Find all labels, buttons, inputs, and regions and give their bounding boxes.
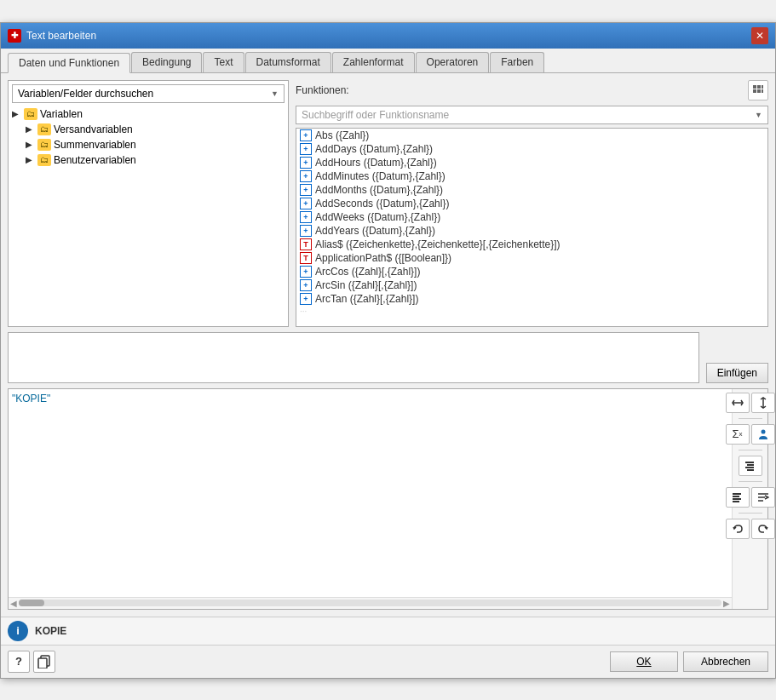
- scroll-thumb[interactable]: [19, 600, 44, 606]
- help-button[interactable]: ?: [8, 651, 30, 673]
- tree-toggle-summen[interactable]: ▶: [26, 140, 37, 149]
- func-item-addseconds[interactable]: + AddSeconds ({Datum},{Zahl}): [296, 197, 767, 210]
- func-badge-addweeks: +: [300, 211, 312, 223]
- title-bar-left: ✚ Text bearbeiten: [8, 29, 96, 43]
- variable-search-box: Variablen/Felder durchsuchen ▼: [12, 84, 285, 103]
- tab-zahlenformat[interactable]: Zahlenformat: [332, 52, 415, 72]
- scroll-right-arrow[interactable]: ▶: [723, 599, 730, 608]
- scrollbar-track[interactable]: ◀ ▶: [9, 597, 732, 609]
- func-item-addweeks[interactable]: + AddWeeks ({Datum},{Zahl}): [296, 210, 767, 224]
- func-item-adddays[interactable]: + AddDays ({Datum},{Zahl}): [296, 142, 767, 156]
- expression-input[interactable]: [8, 332, 699, 383]
- tab-operatoren[interactable]: Operatoren: [416, 52, 490, 72]
- func-item-addyears[interactable]: + AddYears ({Datum},{Zahl}): [296, 224, 767, 238]
- folder-icon-benutzer: 🗂: [37, 154, 51, 166]
- svg-rect-12: [747, 469, 754, 471]
- grid-icon: [752, 84, 764, 96]
- toolbar-height-btn[interactable]: [751, 393, 775, 413]
- tree-item-benutzer[interactable]: ▶ 🗂 Benutzervariablen: [9, 152, 288, 168]
- scroll-left-arrow[interactable]: ◀: [10, 599, 17, 608]
- middle-section: Einfügen: [8, 332, 768, 383]
- function-search-container: Suchbegriff oder Funktionsname ▼: [296, 106, 768, 124]
- toolbar-redo-btn[interactable]: [751, 519, 775, 539]
- func-item-addmonths[interactable]: + AddMonths ({Datum},{Zahl}): [296, 183, 767, 197]
- copy-icon: [37, 655, 51, 668]
- tree-item-summen[interactable]: ▶ 🗂 Summenvariablen: [9, 137, 288, 152]
- svg-point-8: [761, 429, 765, 433]
- copy-button[interactable]: [33, 651, 55, 673]
- width-icon: [732, 397, 744, 409]
- editor-content[interactable]: "KOPIE": [9, 389, 732, 577]
- func-name-alias: Alias$ ({Zeichenkette},{Zeichenkette}[,{…: [315, 238, 560, 250]
- toolbar-wrap-btn[interactable]: [751, 487, 775, 508]
- functions-panel: Funktionen:: [296, 80, 768, 327]
- close-button[interactable]: ✕: [751, 27, 768, 44]
- dialog-buttons: OK Abbrechen: [610, 651, 768, 672]
- func-item-alias[interactable]: T Alias$ ({Zeichenkette},{Zeichenkette}[…: [296, 238, 767, 251]
- svg-rect-3: [753, 89, 756, 93]
- functions-grid-icon-btn[interactable]: [748, 80, 768, 100]
- func-item-addhours[interactable]: + AddHours ({Datum},{Zahl}): [296, 156, 767, 169]
- tree-item-variablen[interactable]: ▶ 🗂 Variablen: [9, 106, 288, 122]
- tab-farben[interactable]: Farben: [490, 52, 544, 72]
- bottom-bar: ? OK Abbrechen: [1, 645, 775, 678]
- toolbar-row-5: [726, 519, 775, 539]
- svg-rect-21: [38, 658, 47, 668]
- ok-button[interactable]: OK: [610, 651, 678, 672]
- status-text: KOPIE: [35, 625, 66, 637]
- svg-rect-13: [733, 493, 741, 495]
- horizontal-scrollbar: ◀ ▶: [9, 597, 732, 609]
- func-item-arccos[interactable]: + ArcCos ({Zahl}[,{Zahl}]): [296, 265, 767, 278]
- func-name-abs: Abs ({Zahl}): [315, 129, 369, 141]
- variable-search-container: Variablen/Felder durchsuchen ▼: [9, 81, 288, 106]
- func-name-addyears: AddYears ({Datum},{Zahl}): [315, 225, 435, 237]
- toolbar-person-btn[interactable]: [751, 424, 775, 445]
- tab-bedingung[interactable]: Bedingung: [131, 52, 202, 72]
- tree-label-benutzer: Benutzervariablen: [54, 154, 136, 166]
- func-item-arctan[interactable]: + ArcTan ({Zahl}[,{Zahl}]): [296, 292, 767, 306]
- svg-rect-15: [733, 498, 741, 500]
- func-name-addmonths: AddMonths ({Datum},{Zahl}): [315, 184, 443, 196]
- variable-tree-panel: Variablen/Felder durchsuchen ▼ ▶ 🗂 Varia…: [8, 80, 289, 327]
- func-badge-addmonths: +: [300, 184, 312, 196]
- insert-button[interactable]: Einfügen: [706, 363, 768, 383]
- tab-bar: Daten und Funktionen Bedingung Text Datu…: [1, 49, 775, 73]
- tree-toggle-benutzer[interactable]: ▶: [26, 155, 37, 164]
- tree-item-versand[interactable]: ▶ 🗂 Versandvariablen: [9, 122, 288, 137]
- tree-toggle-variablen[interactable]: ▶: [12, 109, 24, 118]
- tab-text[interactable]: Text: [203, 52, 244, 72]
- function-list: + Abs ({Zahl}) + AddDays ({Datum},{Zahl}…: [296, 128, 768, 327]
- tab-datumsformat[interactable]: Datumsformat: [245, 52, 331, 72]
- func-badge-arcsin: +: [300, 279, 312, 291]
- tab-daten-funktionen[interactable]: Daten und Funktionen: [8, 53, 130, 73]
- align-right-icon: [744, 460, 756, 472]
- func-name-addminutes: AddMinutes ({Datum},{Zahl}): [315, 170, 445, 182]
- func-item-arcsin[interactable]: + ArcSin ({Zahl}[,{Zahl}]): [296, 278, 767, 292]
- function-search-dropdown-icon[interactable]: ▼: [755, 111, 762, 119]
- functions-header: Funktionen:: [296, 80, 768, 100]
- toolbar-divider-3: [739, 481, 762, 482]
- status-bar: i KOPIE: [1, 617, 775, 645]
- func-name-apppath: ApplicationPath$ ({[Boolean]}): [315, 252, 451, 264]
- variable-search-dropdown-icon[interactable]: ▼: [271, 89, 279, 98]
- func-item-addminutes[interactable]: + AddMinutes ({Datum},{Zahl}): [296, 169, 767, 183]
- height-icon: [757, 397, 769, 409]
- scroll-track[interactable]: [19, 600, 721, 606]
- tree-toggle-versand[interactable]: ▶: [26, 124, 37, 134]
- toolbar-row-4: [726, 487, 775, 508]
- cancel-button[interactable]: Abbrechen: [683, 651, 768, 672]
- func-badge-apppath: T: [300, 252, 312, 264]
- func-name-adddays: AddDays ({Datum},{Zahl}): [315, 143, 433, 155]
- svg-rect-14: [733, 496, 739, 497]
- toolbar-align-right-btn[interactable]: [739, 456, 762, 476]
- func-item-abs[interactable]: + Abs ({Zahl}): [296, 129, 767, 142]
- title-bar: ✚ Text bearbeiten ✕: [1, 23, 775, 49]
- redo-icon: [757, 523, 769, 535]
- func-item-more: ···: [296, 306, 767, 317]
- func-badge-arctan: +: [300, 293, 312, 305]
- editor-right-toolbar: Σx: [732, 389, 767, 609]
- func-badge-addminutes: +: [300, 170, 312, 182]
- func-badge-arccos: +: [300, 266, 312, 278]
- app-icon: ✚: [8, 29, 21, 43]
- func-item-apppath[interactable]: T ApplicationPath$ ({[Boolean]}): [296, 251, 767, 265]
